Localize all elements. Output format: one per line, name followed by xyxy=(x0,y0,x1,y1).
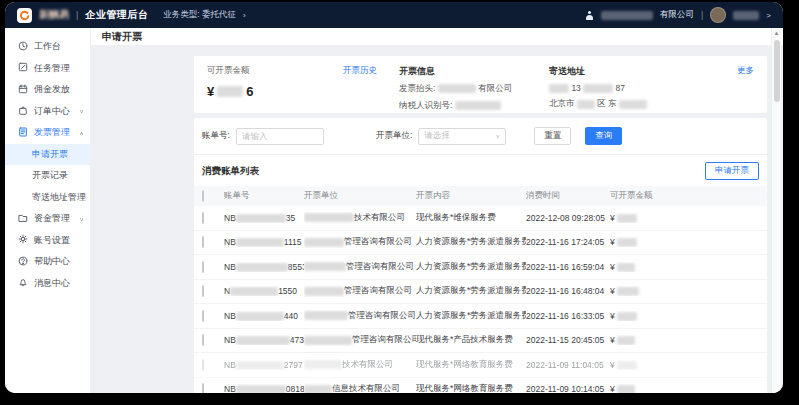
amount-cell: ¥ xyxy=(610,335,759,345)
list-header: 消费账单列表 申请开票 xyxy=(194,154,767,186)
vertical-scrollbar[interactable]: ▲ xyxy=(771,28,781,393)
sidebar-item-folder[interactable]: 资金管理 ∨ xyxy=(5,208,90,230)
content-cell: 现代服务*产品技术服务费 xyxy=(416,334,526,346)
avatar[interactable] xyxy=(710,7,726,23)
time-cell: 2022-11-16 16:59:04 xyxy=(526,262,610,272)
sidebar-item-label: 发票管理 xyxy=(34,126,70,139)
unit-select[interactable]: 请选择 ∨ xyxy=(418,128,506,145)
apply-invoice-button[interactable]: 申请开票 xyxy=(705,162,759,180)
summary-card: 可开票金额 开票历史 ¥ 6 开票信息 发票抬头: xyxy=(194,56,767,113)
table-row[interactable]: NB4733 管理咨询有限公司 现代服务*产品技术服务费 2022-11-15 … xyxy=(194,329,767,354)
time-cell: 2022-11-09 10:14:05 xyxy=(526,384,610,393)
sidebar-item-edit[interactable]: 任务管理 xyxy=(5,58,90,80)
table-row[interactable]: NB8553 管理咨询有限公司 人力资源服务*劳务派遣服务费 2022-11-1… xyxy=(194,255,767,280)
brand-logo-icon[interactable] xyxy=(17,8,32,23)
chevron-down-icon: ∨ xyxy=(495,133,500,139)
address-contact-line: 13 87 xyxy=(549,83,754,93)
col-unit: 开票单位 xyxy=(304,190,416,202)
sidebar-item-label: 账号设置 xyxy=(34,234,70,247)
user-icon xyxy=(585,11,594,20)
content-cell: 人力资源服务*劳务派遣服务费 xyxy=(416,261,526,273)
amount-cell: ¥ xyxy=(610,262,759,272)
col-amount: 可开票金额 xyxy=(610,190,759,202)
col-content: 开票内容 xyxy=(416,190,526,202)
row-checkbox[interactable] xyxy=(202,310,204,322)
unit-cell: 管理咨询有限公司 xyxy=(304,236,416,248)
sidebar-item-clock[interactable]: 工作台 xyxy=(5,36,90,58)
row-checkbox[interactable] xyxy=(202,261,204,273)
time-cell: 2022-11-16 17:24:05 xyxy=(526,237,610,247)
list-title: 消费账单列表 xyxy=(202,165,259,178)
unit-cell: 管理咨询有限公司 xyxy=(304,310,416,322)
amount-redacted xyxy=(217,86,243,97)
row-checkbox[interactable] xyxy=(202,383,204,393)
table-row[interactable]: NB2797 技术有限公司 现代服务*网络教育服务费 2022-11-09 11… xyxy=(194,353,767,378)
amount-cell: ¥ xyxy=(610,311,759,321)
address-detail-line: 北京市 区 东 xyxy=(549,98,754,110)
unit-cell: 信息技术有限公司 xyxy=(304,383,416,393)
unit-cell: 管理咨询有限公司 xyxy=(304,285,416,297)
row-checkbox[interactable] xyxy=(202,236,204,248)
content-cell: 现代服务*网络教育服务费 xyxy=(416,359,526,371)
bill-no-input[interactable] xyxy=(236,128,324,145)
table-header-row: 账单号 开票单位 开票内容 消费时间 可开票金额 xyxy=(194,186,767,206)
user-name-redacted xyxy=(733,11,759,20)
bill-no-cell: NB440 xyxy=(224,311,304,321)
app-title: 企业管理后台 xyxy=(85,8,148,22)
sidebar-item-help[interactable]: 帮助中心 xyxy=(5,251,90,273)
unit-label: 开票单位: xyxy=(376,130,412,142)
row-checkbox[interactable] xyxy=(202,212,204,224)
sidebar-subitem[interactable]: 开票记录 xyxy=(5,165,90,187)
table-row[interactable]: NB1115 管理咨询有限公司 人力资源服务*劳务派遣服务费 2022-11-1… xyxy=(194,231,767,256)
header-divider-2: | xyxy=(701,10,703,20)
sidebar-item-bag[interactable]: 订单中心 ∨ xyxy=(5,101,90,123)
scroll-up-icon[interactable]: ▲ xyxy=(772,28,781,36)
page-title: 申请开票 xyxy=(102,30,142,44)
amount-cell: ¥ xyxy=(610,237,759,247)
sidebar-item-label: 订单中心 xyxy=(34,105,70,118)
invoice-history-link[interactable]: 开票历史 xyxy=(343,65,377,77)
user-menu-chevron-icon[interactable]: > xyxy=(766,11,771,20)
table-row[interactable]: NB440 管理咨询有限公司 人力资源服务*劳务派遣服务费 2022-11-16… xyxy=(194,304,767,329)
app-window: 新酬易 | 企业管理后台 业务类型: 委托代征 › 有限公司 | > 工作台 任… xyxy=(5,2,783,393)
bill-no-cell: NB35 xyxy=(224,213,304,223)
top-header: 新酬易 | 企业管理后台 业务类型: 委托代征 › 有限公司 | > xyxy=(5,2,783,28)
bill-no-cell: NB8553 xyxy=(224,262,304,272)
page-title-bar: 申请开票 xyxy=(91,28,783,46)
search-button[interactable]: 查询 xyxy=(585,127,622,145)
header-divider: | xyxy=(76,10,78,20)
table-row[interactable]: NB0818 信息技术有限公司 现代服务*网络教育服务费 2022-11-09 … xyxy=(194,378,767,394)
row-checkbox[interactable] xyxy=(202,334,204,346)
sidebar-item-bell[interactable]: 消息中心 xyxy=(5,273,90,295)
content-cell: 现代服务*网络教育服务费 xyxy=(416,383,526,393)
sidebar-subitem[interactable]: 寄送地址管理 xyxy=(5,187,90,209)
invoice-title-line: 发票抬头: 有限公司 xyxy=(399,83,549,95)
select-all-checkbox[interactable] xyxy=(202,190,204,202)
sidebar-subitem[interactable]: 申请开票 xyxy=(5,144,90,166)
business-type[interactable]: 业务类型: 委托代征 xyxy=(163,9,236,21)
sidebar-item-calendar[interactable]: 佣金发放 xyxy=(5,79,90,101)
table-body: NB35 技术有限公司 现代服务*维保服务费 2022-12-08 09:28:… xyxy=(194,206,767,393)
chevron-icon: ∨ xyxy=(79,216,84,222)
row-checkbox[interactable] xyxy=(202,359,204,371)
chevron-right-icon[interactable]: › xyxy=(243,11,246,20)
table-row[interactable]: NB35 技术有限公司 现代服务*维保服务费 2022-12-08 09:28:… xyxy=(194,206,767,231)
amount-cell: ¥ xyxy=(610,360,759,370)
main-area: 申请开票 可开票金额 开票历史 ¥ 6 xyxy=(91,28,783,393)
col-bill-no: 账单号 xyxy=(224,190,304,202)
table-row[interactable]: N1550 管理咨询有限公司 人力资源服务*劳务派遣服务费 2022-11-16… xyxy=(194,280,767,305)
sidebar-item-invoice[interactable]: 发票管理 ∧ xyxy=(5,122,90,144)
unit-cell: 技术有限公司 xyxy=(304,359,416,371)
scrollbar-thumb[interactable] xyxy=(774,40,780,102)
sidebar-menu: 工作台 任务管理 佣金发放 订单中心 ∨ 发票管理 ∧ 申请开票开票记录寄送地址… xyxy=(5,28,91,393)
time-cell: 2022-12-08 09:28:05 xyxy=(526,213,610,223)
sidebar-item-gear[interactable]: 账号设置 xyxy=(5,230,90,252)
time-cell: 2022-11-09 11:04:05 xyxy=(526,360,610,370)
more-link[interactable]: 更多 xyxy=(737,65,754,77)
content-cell: 人力资源服务*劳务派遣服务费 xyxy=(416,285,526,297)
row-checkbox[interactable] xyxy=(202,285,204,297)
time-cell: 2022-11-16 16:48:04 xyxy=(526,286,610,296)
brand-name: 新酬易 xyxy=(39,8,69,22)
bill-no-cell: NB1115 xyxy=(224,237,304,247)
reset-button[interactable]: 重置 xyxy=(534,127,571,145)
